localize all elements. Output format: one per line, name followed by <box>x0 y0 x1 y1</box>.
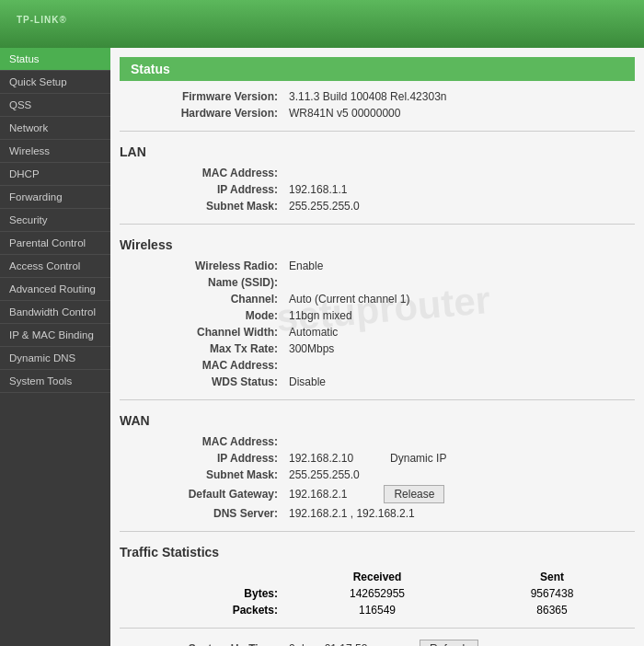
sidebar: StatusQuick SetupQSSNetworkWirelessDHCPF… <box>0 48 110 646</box>
wireless-channel-value: Auto (Current channel 1) <box>285 291 635 307</box>
bytes-sent: 9567438 <box>469 585 635 602</box>
header: TP-LINK® <box>0 0 644 48</box>
lan-mac-value <box>285 165 635 181</box>
wireless-ssid-label: Name (SSID): <box>120 274 285 291</box>
hardware-label: Hardware Version: <box>120 105 285 121</box>
sidebar-item-qss[interactable]: QSS <box>0 94 110 117</box>
wan-mac-row: MAC Address: <box>120 433 635 450</box>
lan-subnet-row: Subnet Mask: 255.255.255.0 <box>120 198 635 214</box>
sidebar-item-advanced-routing[interactable]: Advanced Routing <box>0 278 110 301</box>
bytes-label: Bytes: <box>120 585 285 602</box>
sidebar-item-network[interactable]: Network <box>0 117 110 140</box>
wireless-mode-row: Mode: 11bgn mixed <box>120 307 635 324</box>
packets-label: Packets: <box>120 602 285 618</box>
wireless-maxtx-label: Max Tx Rate: <box>120 340 285 357</box>
wan-mac-value <box>285 433 635 450</box>
main-content: setuprouter Status Firmware Version: 3.1… <box>110 48 644 646</box>
traffic-section: Traffic Statistics Received Sent Bytes: … <box>120 537 635 629</box>
traffic-table: Received Sent Bytes: 142652955 9567438 P… <box>120 569 635 618</box>
sidebar-item-status[interactable]: Status <box>0 48 110 71</box>
sent-header: Sent <box>469 569 635 585</box>
refresh-button[interactable]: Refresh <box>420 640 478 646</box>
wan-ip-value: 192.168.2.10 Dynamic IP <box>285 450 635 467</box>
uptime-table: System Up Time: 0 days 01:17:58 Refresh <box>120 634 635 646</box>
wireless-maxtx-value: 300Mbps <box>285 340 635 357</box>
sidebar-item-ip-mac-binding[interactable]: IP & MAC Binding <box>0 324 110 347</box>
wireless-maxtx-row: Max Tx Rate: 300Mbps <box>120 340 635 357</box>
logo-text: TP-LINK <box>17 15 59 25</box>
sidebar-item-system-tools[interactable]: System Tools <box>0 370 110 393</box>
sidebar-item-dhcp[interactable]: DHCP <box>0 163 110 186</box>
wan-table: MAC Address: IP Address: 192.168.2.10 Dy… <box>120 433 635 522</box>
traffic-header-row: Received Sent <box>120 569 635 585</box>
wan-title: WAN <box>120 406 635 433</box>
lan-table: MAC Address: IP Address: 192.168.1.1 Sub… <box>120 165 635 214</box>
sidebar-item-parental-control[interactable]: Parental Control <box>0 232 110 255</box>
lan-subnet-label: Subnet Mask: <box>120 198 285 214</box>
wireless-mac-value <box>285 357 635 374</box>
wireless-channel-row: Channel: Auto (Current channel 1) <box>120 291 635 307</box>
wan-mac-label: MAC Address: <box>120 433 285 450</box>
logo: TP-LINK® <box>17 10 67 39</box>
lan-mac-row: MAC Address: <box>120 165 635 181</box>
wan-subnet-value: 255.255.255.0 <box>285 467 635 483</box>
wireless-section: Wireless Wireless Radio: Enable Name (SS… <box>120 230 635 400</box>
wireless-radio-label: Wireless Radio: <box>120 258 285 274</box>
packets-received: 116549 <box>285 602 469 618</box>
uptime-value: 0 days 01:17:58 Refresh <box>285 634 635 646</box>
sidebar-item-dynamic-dns[interactable]: Dynamic DNS <box>0 347 110 370</box>
uptime-label: System Up Time: <box>120 634 285 646</box>
bytes-received: 142652955 <box>285 585 469 602</box>
wan-dns-value: 192.168.2.1 , 192.168.2.1 <box>285 505 635 522</box>
wireless-wds-label: WDS Status: <box>120 374 285 390</box>
wan-dns-row: DNS Server: 192.168.2.1 , 192.168.2.1 <box>120 505 635 522</box>
content-area: Firmware Version: 3.11.3 Build 100408 Re… <box>110 88 644 646</box>
wireless-wds-value: Disable <box>285 374 635 390</box>
wan-ip-row: IP Address: 192.168.2.10 Dynamic IP <box>120 450 635 467</box>
packets-sent: 86365 <box>469 602 635 618</box>
layout: StatusQuick SetupQSSNetworkWirelessDHCPF… <box>0 48 644 646</box>
wireless-radio-row: Wireless Radio: Enable <box>120 258 635 274</box>
wan-ip-type: Dynamic IP <box>390 452 446 465</box>
wireless-mac-row: MAC Address: <box>120 357 635 374</box>
page-title: Status <box>120 57 635 81</box>
wan-subnet-row: Subnet Mask: 255.255.255.0 <box>120 467 635 483</box>
wireless-mac-label: MAC Address: <box>120 357 285 374</box>
sidebar-item-access-control[interactable]: Access Control <box>0 255 110 278</box>
lan-ip-label: IP Address: <box>120 181 285 198</box>
wireless-channel-label: Channel: <box>120 291 285 307</box>
logo-mark: ® <box>59 15 66 25</box>
traffic-title: Traffic Statistics <box>120 537 635 565</box>
firmware-row: Firmware Version: 3.11.3 Build 100408 Re… <box>120 88 635 105</box>
wan-ip-label: IP Address: <box>120 450 285 467</box>
lan-ip-row: IP Address: 192.168.1.1 <box>120 181 635 198</box>
wan-section: WAN MAC Address: IP Address: 192.168.2.1… <box>120 406 635 532</box>
firmware-section: Firmware Version: 3.11.3 Build 100408 Re… <box>120 88 635 132</box>
received-header: Received <box>285 569 469 585</box>
wireless-ssid-value <box>285 274 635 291</box>
hardware-row: Hardware Version: WR841N v5 00000000 <box>120 105 635 121</box>
firmware-table: Firmware Version: 3.11.3 Build 100408 Re… <box>120 88 635 121</box>
firmware-label: Firmware Version: <box>120 88 285 105</box>
wireless-mode-value: 11bgn mixed <box>285 307 635 324</box>
lan-section: LAN MAC Address: IP Address: 192.168.1.1… <box>120 137 635 225</box>
wan-gateway-label: Default Gateway: <box>120 483 285 505</box>
release-button[interactable]: Release <box>384 485 444 503</box>
sidebar-item-forwarding[interactable]: Forwarding <box>0 186 110 209</box>
sidebar-item-bandwidth-control[interactable]: Bandwidth Control <box>0 301 110 324</box>
wireless-chwidth-label: Channel Width: <box>120 324 285 340</box>
hardware-value: WR841N v5 00000000 <box>285 105 635 121</box>
lan-ip-value: 192.168.1.1 <box>285 181 635 198</box>
sidebar-item-wireless[interactable]: Wireless <box>0 140 110 163</box>
wan-gateway-row: Default Gateway: 192.168.2.1 Release <box>120 483 635 505</box>
sidebar-item-security[interactable]: Security <box>0 209 110 232</box>
firmware-value: 3.11.3 Build 100408 Rel.42303n <box>285 88 635 105</box>
wireless-wds-row: WDS Status: Disable <box>120 374 635 390</box>
wan-dns-label: DNS Server: <box>120 505 285 522</box>
lan-title: LAN <box>120 137 635 165</box>
wireless-chwidth-value: Automatic <box>285 324 635 340</box>
wireless-table: Wireless Radio: Enable Name (SSID): Chan… <box>120 258 635 390</box>
wireless-title: Wireless <box>120 230 635 258</box>
sidebar-item-quick-setup[interactable]: Quick Setup <box>0 71 110 94</box>
lan-mac-label: MAC Address: <box>120 165 285 181</box>
